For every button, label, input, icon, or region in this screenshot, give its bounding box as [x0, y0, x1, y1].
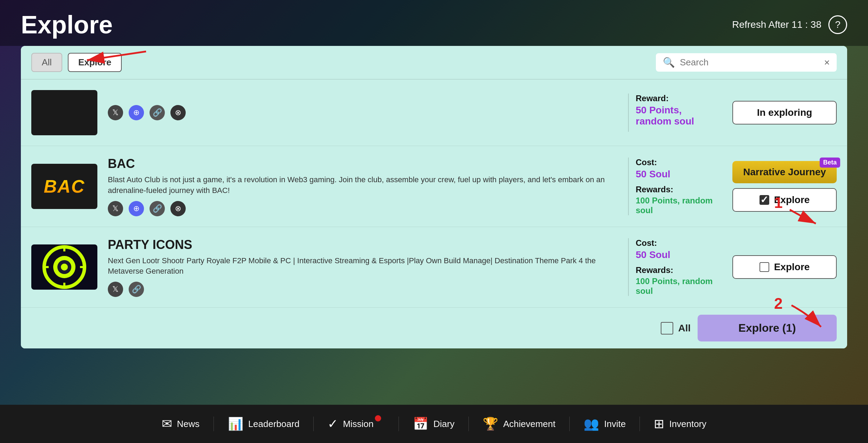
nav-item-mission[interactable]: ✓ Mission — [314, 417, 399, 431]
explore-checkbox-party — [760, 262, 769, 272]
twitter-icon-0[interactable]: 𝕏 — [108, 105, 123, 120]
quest-cost-0: Reward: 50 Points, random soul — [628, 94, 725, 132]
nav-label-achievement: Achievement — [503, 419, 555, 429]
arrow-annotation — [80, 48, 150, 69]
nav-bar: ✉ News 📊 Leaderboard ✓ Mission 📅 Diary 🏆… — [0, 405, 868, 443]
quest-item-0: 𝕏 ⊕ 🔗 ⊗ Reward: 50 Points, random soul I… — [21, 79, 847, 146]
quest-thumbnail-party — [31, 244, 97, 290]
nav-label-inventory: Inventory — [669, 419, 706, 429]
link-icon-party[interactable]: 🔗 — [129, 282, 144, 297]
filter-all-button[interactable]: All — [31, 53, 62, 72]
quest-info-party: PARTY ICONS Next Gen Lootr Shootr Party … — [97, 237, 628, 297]
social-icons-party: 𝕏 🔗 — [108, 282, 618, 297]
nav-item-inventory[interactable]: ⊞ Inventory — [640, 417, 720, 431]
refresh-label: Refresh After 11 : 38 — [732, 19, 821, 30]
svg-text:2: 2 — [774, 296, 782, 312]
search-box: 🔍 × — [656, 53, 837, 72]
social-icons-0: 𝕏 ⊕ 🔗 ⊗ — [108, 105, 618, 120]
cost-value-bac: 50 Soul — [636, 169, 718, 180]
cost-label-bac: Cost: — [636, 158, 718, 167]
quest-desc-bac: Blast Auto Club is not just a game, it's… — [108, 175, 618, 196]
nav-item-achievement[interactable]: 🏆 Achievement — [469, 417, 570, 431]
mission-icon: ✓ — [328, 417, 338, 431]
magic-icon-0[interactable]: ⊗ — [170, 105, 186, 120]
explore-checkbox-bac: ✓ — [760, 195, 769, 205]
page-title: Explore — [21, 10, 113, 39]
quest-list: 𝕏 ⊕ 🔗 ⊗ Reward: 50 Points, random soul I… — [21, 79, 847, 307]
leaderboard-icon: 📊 — [228, 417, 243, 431]
party-eye-icon — [40, 244, 89, 290]
quest-info-0: 𝕏 ⊕ 🔗 ⊗ — [97, 105, 628, 120]
help-button[interactable]: ? — [828, 15, 847, 34]
nav-label-news: News — [177, 419, 200, 429]
quest-cost-bac: Cost: 50 Soul Rewards: 100 Points, rando… — [628, 158, 725, 215]
main-panel: All Explore 🔍 × 𝕏 — [21, 46, 847, 348]
inventory-icon: ⊞ — [654, 417, 664, 431]
reward-value-bac: 100 Points, random soul — [636, 196, 718, 215]
quest-actions-party: Explore — [725, 255, 837, 279]
annotation-2-container: 2 — [771, 296, 833, 335]
top-right-controls: Refresh After 11 : 38 ? — [732, 15, 847, 34]
discord-icon-bac[interactable]: ⊕ — [129, 201, 144, 216]
reward-value-0: 50 Points, random soul — [636, 105, 718, 127]
quest-item-bac: BAC BAC Blast Auto Club is not just a ga… — [21, 146, 847, 227]
quest-item-party: PARTY ICONS Next Gen Lootr Shootr Party … — [21, 227, 847, 308]
narrative-journey-button[interactable]: Narrative Journey Beta — [732, 161, 837, 183]
annotation-1-container: 1 — [771, 198, 826, 230]
nav-label-invite: Invite — [604, 419, 626, 429]
reward-label-bac: Rewards: — [636, 185, 718, 194]
bac-logo: BAC — [44, 176, 85, 197]
nav-label-diary: Diary — [433, 419, 455, 429]
nav-label-leaderboard: Leaderboard — [248, 419, 299, 429]
quest-thumbnail-0 — [31, 90, 97, 135]
news-icon: ✉ — [162, 417, 172, 431]
explore-button-party[interactable]: Explore — [732, 255, 837, 279]
quest-actions-0: In exploring — [725, 101, 837, 124]
link-icon-0[interactable]: 🔗 — [150, 105, 165, 120]
quest-cost-party: Cost: 50 Soul Rewards: 100 Points, rando… — [628, 238, 725, 296]
cost-value-party: 50 Soul — [636, 249, 718, 260]
reward-value-party: 100 Points, random soul — [636, 276, 718, 296]
nav-item-leaderboard[interactable]: 📊 Leaderboard — [214, 417, 314, 431]
svg-point-6 — [61, 264, 68, 271]
social-icons-bac: 𝕏 ⊕ 🔗 ⊗ — [108, 201, 618, 216]
svg-text:1: 1 — [774, 198, 782, 211]
reward-label-0: Reward: — [636, 94, 718, 103]
top-bar: Explore Refresh After 11 : 38 ? — [0, 0, 868, 46]
twitter-icon-bac[interactable]: 𝕏 — [108, 201, 123, 216]
quest-desc-party: Next Gen Lootr Shootr Party Royale F2P M… — [108, 256, 618, 277]
in-exploring-button[interactable]: In exploring — [732, 101, 837, 124]
search-input[interactable] — [680, 57, 819, 68]
invite-icon: 👥 — [584, 417, 599, 431]
discord-icon-0[interactable]: ⊕ — [129, 105, 144, 120]
magic-icon-bac[interactable]: ⊗ — [170, 201, 186, 216]
footer-all-checkbox[interactable] — [661, 322, 673, 335]
filter-bar: All Explore 🔍 × — [21, 46, 847, 79]
reward-label-party: Rewards: — [636, 265, 718, 275]
twitter-icon-party[interactable]: 𝕏 — [108, 282, 123, 297]
achievement-icon: 🏆 — [483, 417, 498, 431]
footer-all-label: All — [678, 323, 691, 334]
quest-name-bac: BAC — [108, 156, 618, 171]
mission-badge — [375, 415, 381, 421]
footer-all-check: All — [661, 322, 691, 335]
quest-info-bac: BAC Blast Auto Club is not just a game, … — [97, 156, 628, 216]
search-icon: 🔍 — [663, 57, 675, 68]
nav-item-invite[interactable]: 👥 Invite — [570, 417, 640, 431]
beta-badge: Beta — [820, 158, 840, 168]
link-icon-bac[interactable]: 🔗 — [150, 201, 165, 216]
quest-thumbnail-bac: BAC — [31, 164, 97, 209]
nav-item-news[interactable]: ✉ News — [148, 417, 214, 431]
quest-name-party: PARTY ICONS — [108, 237, 618, 252]
nav-label-mission: Mission — [343, 419, 373, 429]
cost-label-party: Cost: — [636, 238, 718, 248]
nav-item-diary[interactable]: 📅 Diary — [399, 417, 469, 431]
quest-footer: All Explore (1) — [21, 307, 847, 348]
diary-icon: 📅 — [413, 417, 428, 431]
search-clear-button[interactable]: × — [824, 57, 830, 68]
